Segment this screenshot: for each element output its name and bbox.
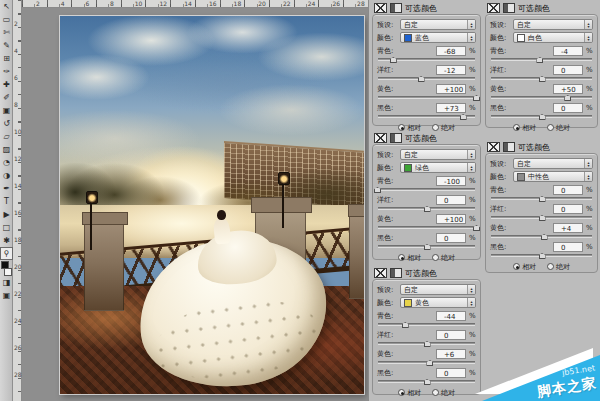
color-select[interactable]: 绿色 ▴▾ — [400, 162, 476, 173]
slider-value-input[interactable]: +6 — [436, 349, 466, 359]
slider-track[interactable] — [377, 321, 476, 328]
ruler-number: 6 — [14, 74, 18, 81]
color-select[interactable]: 黄色 ▴▾ — [400, 297, 476, 308]
slider-value-input[interactable]: 0 — [553, 204, 583, 214]
slider-track[interactable] — [377, 359, 476, 366]
slider-value-input[interactable]: -44 — [436, 311, 466, 321]
slider-value-input[interactable]: -100 — [436, 176, 466, 186]
slider-track[interactable] — [377, 113, 476, 120]
slider-label: 洋红: — [377, 195, 436, 205]
slider-track[interactable] — [377, 56, 476, 63]
history-brush-tool[interactable]: ↺ — [0, 117, 13, 130]
slider-track[interactable] — [490, 75, 593, 82]
slider-value-input[interactable]: 0 — [553, 103, 583, 113]
color-slider-group: 青色: -4 % — [490, 45, 593, 63]
ruler-number: 4 — [61, 0, 65, 7]
preset-select[interactable]: 自定 ▴▾ — [513, 19, 593, 30]
selective-color-icon — [487, 142, 500, 152]
ruler-number: 24 — [14, 317, 22, 324]
radio-button-icon — [547, 263, 554, 270]
relative-radio[interactable]: 相对 — [398, 253, 421, 263]
background-color-swatch[interactable] — [4, 268, 12, 276]
document-photo[interactable] — [60, 16, 364, 394]
preset-select[interactable]: 自定 ▴▾ — [513, 158, 593, 169]
clone-stamp-tool[interactable]: ▣ — [0, 104, 13, 117]
hand-tool[interactable]: ✱ — [0, 234, 13, 247]
relative-radio[interactable]: 相对 — [513, 262, 536, 272]
slider-value-input[interactable]: 0 — [553, 65, 583, 75]
crop-tool[interactable]: ⊞ — [0, 52, 13, 65]
brush-tool[interactable]: ✐ — [0, 91, 13, 104]
path-selection-tool[interactable]: ▶ — [0, 208, 13, 221]
canvas-area[interactable] — [22, 8, 368, 401]
preset-select[interactable]: 自定 ▴▾ — [400, 149, 476, 160]
color-swatches[interactable] — [0, 261, 13, 276]
slider-value-input[interactable]: -68 — [436, 46, 466, 56]
preset-select[interactable]: 自定 ▴▾ — [400, 284, 476, 295]
color-select[interactable]: 中性色 ▴▾ — [513, 171, 593, 182]
slider-track[interactable] — [377, 186, 476, 193]
clip-to-layer-icon[interactable] — [503, 142, 515, 152]
zoom-tool[interactable]: ⚲ — [0, 247, 13, 260]
slider-value-input[interactable]: 0 — [436, 330, 466, 340]
absolute-radio[interactable]: 绝对 — [547, 262, 570, 272]
preset-select[interactable]: 自定 ▴▾ — [400, 19, 476, 30]
shape-tool[interactable]: □ — [0, 221, 13, 234]
pen-tool[interactable]: ✒ — [0, 182, 13, 195]
slider-track[interactable] — [490, 252, 593, 259]
method-radio-row: 相对 绝对 — [377, 387, 476, 398]
relative-radio[interactable]: 相对 — [398, 388, 421, 398]
eyedropper-tool[interactable]: ✑ — [0, 65, 13, 78]
clip-to-layer-icon[interactable] — [503, 3, 515, 13]
absolute-radio[interactable]: 绝对 — [432, 388, 455, 398]
slider-value-input[interactable]: +100 — [436, 84, 466, 94]
slider-value-input[interactable]: 0 — [436, 233, 466, 243]
color-select[interactable]: 蓝色 ▴▾ — [400, 32, 476, 43]
color-select[interactable]: 白色 ▴▾ — [513, 32, 593, 43]
slider-track[interactable] — [377, 205, 476, 212]
slider-track[interactable] — [377, 340, 476, 347]
clip-to-layer-icon[interactable] — [390, 3, 402, 13]
slider-track[interactable] — [377, 94, 476, 101]
blur-tool[interactable]: ◔ — [0, 156, 13, 169]
healing-brush-tool[interactable]: ✚ — [0, 78, 13, 91]
lasso-tool[interactable]: ✄ — [0, 26, 13, 39]
eraser-tool[interactable]: ▱ — [0, 130, 13, 143]
relative-radio[interactable]: 相对 — [398, 123, 421, 133]
slider-value-input[interactable]: +73 — [436, 103, 466, 113]
slider-track[interactable] — [377, 243, 476, 250]
slider-track[interactable] — [377, 224, 476, 231]
absolute-radio[interactable]: 绝对 — [432, 253, 455, 263]
quick-mask-icon[interactable]: ◨ — [0, 276, 13, 289]
gradient-tool[interactable]: ▨ — [0, 143, 13, 156]
slider-track[interactable] — [490, 214, 593, 221]
slider-track[interactable] — [490, 195, 593, 202]
absolute-radio[interactable]: 绝对 — [432, 123, 455, 133]
slider-value-input[interactable]: +50 — [553, 84, 583, 94]
relative-radio[interactable]: 相对 — [513, 123, 536, 133]
slider-value-input[interactable]: 0 — [436, 368, 466, 378]
dodge-tool[interactable]: ◑ — [0, 169, 13, 182]
slider-value-input[interactable]: +4 — [553, 223, 583, 233]
clip-to-layer-icon[interactable] — [390, 133, 402, 143]
slider-value-input[interactable]: -4 — [553, 46, 583, 56]
clip-to-layer-icon[interactable] — [390, 268, 402, 278]
slider-value-input[interactable]: 0 — [553, 242, 583, 252]
slider-value-input[interactable]: -12 — [436, 65, 466, 75]
move-tool[interactable]: ↖ — [0, 0, 13, 13]
marquee-tool[interactable]: ▭ — [0, 13, 13, 26]
absolute-radio[interactable]: 绝对 — [547, 123, 570, 133]
slider-track[interactable] — [490, 113, 593, 120]
quick-selection-tool[interactable]: ✎ — [0, 39, 13, 52]
screen-mode-icon[interactable]: ▣ — [0, 289, 13, 302]
slider-track[interactable] — [377, 75, 476, 82]
slider-track[interactable] — [490, 56, 593, 63]
slider-track[interactable] — [377, 378, 476, 385]
slider-value-input[interactable]: 0 — [436, 195, 466, 205]
slider-track[interactable] — [490, 233, 593, 240]
slider-value-input[interactable]: 0 — [553, 185, 583, 195]
slider-value-input[interactable]: +100 — [436, 214, 466, 224]
slider-label-row: 青色: -44 % — [377, 310, 476, 321]
type-tool[interactable]: T — [0, 195, 13, 208]
slider-track[interactable] — [490, 94, 593, 101]
